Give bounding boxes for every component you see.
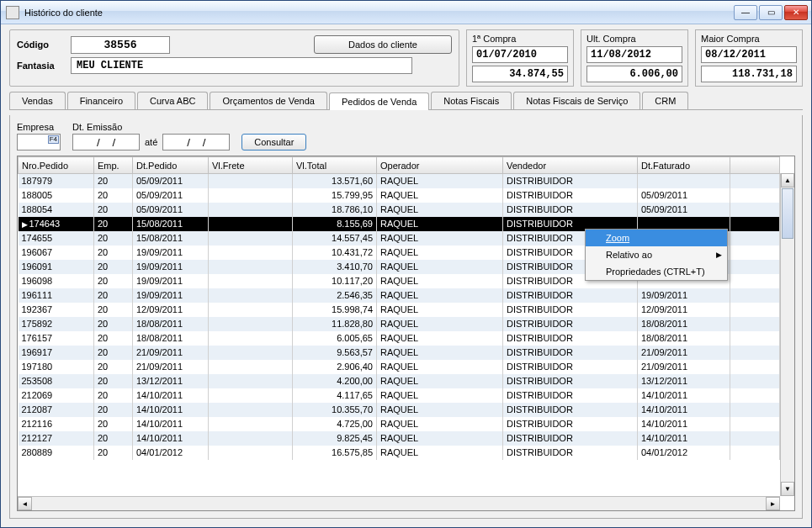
cell[interactable]: DISTRIBUIDOR <box>503 346 638 360</box>
table-row[interactable]: 1758922018/08/201111.828,80RAQUELDISTRIB… <box>19 317 780 331</box>
cell[interactable]: DISTRIBUIDOR <box>503 374 638 388</box>
tab-pedidos[interactable]: Pedidos de Venda <box>329 92 429 110</box>
cell[interactable] <box>730 246 780 260</box>
cell[interactable] <box>638 174 730 188</box>
cell[interactable]: 187979 <box>19 174 94 188</box>
cell[interactable]: 05/09/2011 <box>133 203 209 217</box>
cell[interactable] <box>730 217 780 231</box>
cell[interactable]: DISTRIBUIDOR <box>503 174 638 188</box>
cell[interactable] <box>209 288 293 303</box>
col-emp[interactable]: Emp. <box>94 157 133 174</box>
cell[interactable]: DISTRIBUIDOR <box>503 188 638 203</box>
grid-header-row[interactable]: Nro.Pedido Emp. Dt.Pedido Vl.Frete Vl.To… <box>19 157 780 174</box>
dt-emissao-ate-input[interactable] <box>162 134 230 150</box>
table-row[interactable]: 2120872014/10/201110.355,70RAQUELDISTRIB… <box>19 403 780 417</box>
cell[interactable]: DISTRIBUIDOR <box>503 203 638 217</box>
cell[interactable]: 12/09/2011 <box>133 303 209 317</box>
cell[interactable]: 14/10/2011 <box>133 388 209 403</box>
table-row[interactable]: 1969172021/09/20119.563,57RAQUELDISTRIBU… <box>19 346 780 360</box>
cell[interactable]: 11.828,80 <box>293 317 377 331</box>
cell[interactable] <box>730 231 780 246</box>
cell[interactable]: 21/09/2011 <box>638 360 730 374</box>
cell[interactable]: 18/08/2011 <box>638 331 730 346</box>
cell[interactable]: 20 <box>94 246 133 260</box>
cell[interactable]: RAQUEL <box>377 231 503 246</box>
cell[interactable]: 21/09/2011 <box>638 346 730 360</box>
cell[interactable]: RAQUEL <box>377 174 503 188</box>
cell[interactable]: 19/09/2011 <box>133 288 209 303</box>
col-extra[interactable] <box>730 157 780 174</box>
cell[interactable]: DISTRIBUIDOR <box>503 303 638 317</box>
col-operador[interactable]: Operador <box>377 157 503 174</box>
cell[interactable] <box>730 403 780 417</box>
cell[interactable]: 20 <box>94 317 133 331</box>
cell[interactable]: 212127 <box>19 431 94 446</box>
cell[interactable]: 05/09/2011 <box>133 188 209 203</box>
cell[interactable]: 05/09/2011 <box>638 203 730 217</box>
cell[interactable]: RAQUEL <box>377 246 503 260</box>
cell[interactable]: DISTRIBUIDOR <box>503 331 638 346</box>
cell[interactable]: RAQUEL <box>377 403 503 417</box>
cell[interactable]: 4.117,65 <box>293 388 377 403</box>
table-row[interactable]: 1923672012/09/201115.998,74RAQUELDISTRIB… <box>19 303 780 317</box>
cell[interactable]: 18.786,10 <box>293 203 377 217</box>
cell[interactable] <box>730 388 780 403</box>
cell[interactable]: 280889 <box>19 446 94 460</box>
cell[interactable]: 2.906,40 <box>293 360 377 374</box>
cell[interactable]: 4.725,00 <box>293 417 377 431</box>
cell[interactable]: 15.998,74 <box>293 303 377 317</box>
cell[interactable]: 20 <box>94 388 133 403</box>
cell[interactable] <box>209 217 293 231</box>
cell[interactable] <box>730 288 780 303</box>
ctx-relativo-ao[interactable]: Relativo ao▶ <box>586 246 727 263</box>
cell[interactable]: RAQUEL <box>377 317 503 331</box>
cell[interactable]: 13/12/2011 <box>133 374 209 388</box>
table-row[interactable]: 1761572018/08/20116.005,65RAQUELDISTRIBU… <box>19 331 780 346</box>
cell[interactable]: 174643 <box>19 217 94 231</box>
f4-lookup-icon[interactable]: F4 <box>48 135 59 144</box>
cell[interactable]: 20 <box>94 174 133 188</box>
cell[interactable]: 15/08/2011 <box>133 217 209 231</box>
cell[interactable] <box>209 403 293 417</box>
cell[interactable]: 10.117,20 <box>293 274 377 288</box>
cell[interactable] <box>730 360 780 374</box>
cell[interactable]: 18/08/2011 <box>133 317 209 331</box>
cell[interactable]: 196917 <box>19 346 94 360</box>
cell[interactable]: 12/09/2011 <box>638 303 730 317</box>
tab-curva-abc[interactable]: Curva ABC <box>137 92 208 109</box>
cell[interactable]: RAQUEL <box>377 203 503 217</box>
cell[interactable]: 20 <box>94 331 133 346</box>
cell[interactable]: 253508 <box>19 374 94 388</box>
cell[interactable]: 14/10/2011 <box>638 403 730 417</box>
col-vl-total[interactable]: Vl.Total <box>293 157 377 174</box>
cell[interactable] <box>730 188 780 203</box>
cell[interactable] <box>730 431 780 446</box>
cell[interactable] <box>209 331 293 346</box>
cell[interactable]: 20 <box>94 417 133 431</box>
cell[interactable] <box>209 446 293 460</box>
cell[interactable]: 19/09/2011 <box>638 288 730 303</box>
cell[interactable]: 196067 <box>19 246 94 260</box>
cell[interactable] <box>730 303 780 317</box>
titlebar[interactable]: Histórico do cliente — ▭ ✕ <box>1 1 811 24</box>
vertical-scrollbar[interactable]: ▲ ▼ <box>780 173 794 496</box>
dt-emissao-de-input[interactable] <box>72 134 140 150</box>
cell[interactable]: RAQUEL <box>377 431 503 446</box>
tab-crm[interactable]: CRM <box>642 92 688 109</box>
cell[interactable]: 197180 <box>19 360 94 374</box>
ctx-propriedades[interactable]: Propriedades (CTRL+T) <box>586 263 727 280</box>
close-button[interactable]: ✕ <box>784 5 808 20</box>
cell[interactable]: DISTRIBUIDOR <box>503 288 638 303</box>
cell[interactable]: 20 <box>94 260 133 274</box>
cell[interactable] <box>209 388 293 403</box>
cell[interactable] <box>730 203 780 217</box>
cell[interactable]: RAQUEL <box>377 374 503 388</box>
cell[interactable]: 13.571,60 <box>293 174 377 188</box>
cell[interactable]: 14/10/2011 <box>133 417 209 431</box>
cell[interactable]: RAQUEL <box>377 303 503 317</box>
tab-notas-servico[interactable]: Notas Fiscais de Serviço <box>513 92 640 109</box>
cell[interactable]: 20 <box>94 188 133 203</box>
table-row[interactable]: 1961112019/09/20112.546,35RAQUELDISTRIBU… <box>19 288 780 303</box>
maximize-button[interactable]: ▭ <box>759 5 783 20</box>
cell[interactable]: 19/09/2011 <box>133 246 209 260</box>
